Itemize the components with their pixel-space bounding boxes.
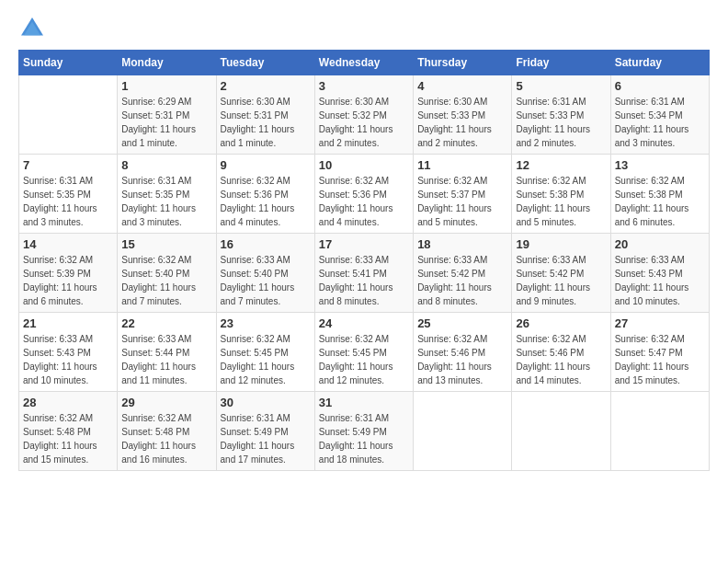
calendar-cell: 25Sunrise: 6:32 AMSunset: 5:46 PMDayligh…	[414, 313, 512, 392]
day-info: Sunrise: 6:32 AMSunset: 5:38 PMDaylight:…	[615, 174, 705, 229]
day-info: Sunrise: 6:32 AMSunset: 5:40 PMDaylight:…	[121, 253, 211, 308]
calendar-cell	[512, 392, 610, 471]
day-info: Sunrise: 6:33 AMSunset: 5:40 PMDaylight:…	[221, 253, 311, 308]
calendar-cell: 26Sunrise: 6:32 AMSunset: 5:46 PMDayligh…	[512, 313, 610, 392]
calendar-week-row: 21Sunrise: 6:33 AMSunset: 5:43 PMDayligh…	[19, 313, 710, 392]
day-number: 15	[121, 237, 211, 251]
day-number: 16	[221, 237, 311, 251]
day-info: Sunrise: 6:32 AMSunset: 5:47 PMDaylight:…	[615, 332, 705, 387]
day-number: 2	[221, 79, 311, 93]
calendar-cell: 8Sunrise: 6:31 AMSunset: 5:35 PMDaylight…	[118, 155, 216, 234]
day-info: Sunrise: 6:32 AMSunset: 5:37 PMDaylight:…	[417, 174, 507, 229]
day-number: 17	[319, 237, 409, 251]
weekday-header-friday: Friday	[512, 51, 610, 75]
day-info: Sunrise: 6:31 AMSunset: 5:35 PMDaylight:…	[23, 174, 113, 229]
calendar-cell: 2Sunrise: 6:30 AMSunset: 5:31 PMDaylight…	[216, 75, 314, 155]
day-info: Sunrise: 6:32 AMSunset: 5:46 PMDaylight:…	[516, 332, 606, 387]
day-number: 18	[417, 237, 507, 251]
day-info: Sunrise: 6:32 AMSunset: 5:45 PMDaylight:…	[221, 332, 311, 387]
day-number: 5	[516, 79, 606, 93]
calendar-table: SundayMondayTuesdayWednesdayThursdayFrid…	[18, 50, 710, 471]
calendar-cell	[414, 392, 512, 471]
calendar-header: SundayMondayTuesdayWednesdayThursdayFrid…	[19, 51, 710, 75]
day-number: 22	[121, 316, 211, 330]
day-info: Sunrise: 6:33 AMSunset: 5:44 PMDaylight:…	[121, 332, 211, 387]
weekday-header-sunday: Sunday	[19, 51, 118, 75]
calendar-cell: 5Sunrise: 6:31 AMSunset: 5:33 PMDaylight…	[512, 75, 610, 155]
day-info: Sunrise: 6:32 AMSunset: 5:39 PMDaylight:…	[23, 253, 113, 308]
day-number: 24	[319, 316, 409, 330]
weekday-header-saturday: Saturday	[610, 51, 709, 75]
calendar-cell: 20Sunrise: 6:33 AMSunset: 5:43 PMDayligh…	[610, 234, 709, 313]
day-number: 31	[319, 396, 409, 409]
calendar-cell: 17Sunrise: 6:33 AMSunset: 5:41 PMDayligh…	[314, 234, 413, 313]
day-number: 1	[121, 79, 211, 93]
day-info: Sunrise: 6:32 AMSunset: 5:36 PMDaylight:…	[319, 174, 409, 229]
calendar-cell: 29Sunrise: 6:32 AMSunset: 5:48 PMDayligh…	[118, 392, 216, 471]
day-number: 19	[516, 237, 606, 251]
calendar-cell: 16Sunrise: 6:33 AMSunset: 5:40 PMDayligh…	[216, 234, 314, 313]
calendar-cell: 12Sunrise: 6:32 AMSunset: 5:38 PMDayligh…	[512, 155, 610, 234]
day-info: Sunrise: 6:33 AMSunset: 5:43 PMDaylight:…	[23, 332, 113, 387]
calendar-week-row: 28Sunrise: 6:32 AMSunset: 5:48 PMDayligh…	[19, 392, 710, 471]
calendar-cell: 18Sunrise: 6:33 AMSunset: 5:42 PMDayligh…	[414, 234, 512, 313]
calendar-cell	[19, 75, 118, 155]
day-number: 28	[23, 396, 113, 409]
calendar-cell: 1Sunrise: 6:29 AMSunset: 5:31 PMDaylight…	[118, 75, 216, 155]
day-number: 8	[121, 158, 211, 172]
day-info: Sunrise: 6:31 AMSunset: 5:49 PMDaylight:…	[221, 411, 311, 466]
calendar-week-row: 7Sunrise: 6:31 AMSunset: 5:35 PMDaylight…	[19, 155, 710, 234]
day-info: Sunrise: 6:32 AMSunset: 5:38 PMDaylight:…	[516, 174, 606, 229]
calendar-cell: 13Sunrise: 6:32 AMSunset: 5:38 PMDayligh…	[610, 155, 709, 234]
day-number: 29	[121, 396, 211, 409]
day-info: Sunrise: 6:31 AMSunset: 5:49 PMDaylight:…	[319, 411, 409, 466]
calendar-cell: 24Sunrise: 6:32 AMSunset: 5:45 PMDayligh…	[314, 313, 413, 392]
day-info: Sunrise: 6:32 AMSunset: 5:48 PMDaylight:…	[23, 411, 113, 466]
calendar-cell: 4Sunrise: 6:30 AMSunset: 5:33 PMDaylight…	[414, 75, 512, 155]
weekday-header-monday: Monday	[118, 51, 216, 75]
calendar-week-row: 1Sunrise: 6:29 AMSunset: 5:31 PMDaylight…	[19, 75, 710, 155]
day-number: 10	[319, 158, 409, 172]
day-number: 4	[417, 79, 507, 93]
calendar-cell: 11Sunrise: 6:32 AMSunset: 5:37 PMDayligh…	[414, 155, 512, 234]
page-header	[18, 15, 710, 42]
calendar-cell: 14Sunrise: 6:32 AMSunset: 5:39 PMDayligh…	[19, 234, 118, 313]
calendar-cell: 21Sunrise: 6:33 AMSunset: 5:43 PMDayligh…	[19, 313, 118, 392]
weekday-header-thursday: Thursday	[414, 51, 512, 75]
calendar-cell: 23Sunrise: 6:32 AMSunset: 5:45 PMDayligh…	[216, 313, 314, 392]
day-number: 26	[516, 316, 606, 330]
day-info: Sunrise: 6:31 AMSunset: 5:35 PMDaylight:…	[121, 174, 211, 229]
day-info: Sunrise: 6:30 AMSunset: 5:33 PMDaylight:…	[417, 95, 507, 150]
day-info: Sunrise: 6:31 AMSunset: 5:34 PMDaylight:…	[615, 95, 705, 150]
day-number: 11	[417, 158, 507, 172]
calendar-cell: 22Sunrise: 6:33 AMSunset: 5:44 PMDayligh…	[118, 313, 216, 392]
day-info: Sunrise: 6:32 AMSunset: 5:46 PMDaylight:…	[417, 332, 507, 387]
day-info: Sunrise: 6:30 AMSunset: 5:31 PMDaylight:…	[221, 95, 311, 150]
logo-icon	[18, 15, 46, 42]
day-info: Sunrise: 6:33 AMSunset: 5:43 PMDaylight:…	[615, 253, 705, 308]
day-info: Sunrise: 6:33 AMSunset: 5:41 PMDaylight:…	[319, 253, 409, 308]
calendar-cell: 28Sunrise: 6:32 AMSunset: 5:48 PMDayligh…	[19, 392, 118, 471]
day-info: Sunrise: 6:33 AMSunset: 5:42 PMDaylight:…	[417, 253, 507, 308]
day-number: 27	[615, 316, 705, 330]
day-info: Sunrise: 6:32 AMSunset: 5:48 PMDaylight:…	[121, 411, 211, 466]
calendar-cell: 27Sunrise: 6:32 AMSunset: 5:47 PMDayligh…	[610, 313, 709, 392]
day-info: Sunrise: 6:33 AMSunset: 5:42 PMDaylight:…	[516, 253, 606, 308]
calendar-cell: 19Sunrise: 6:33 AMSunset: 5:42 PMDayligh…	[512, 234, 610, 313]
day-number: 20	[615, 237, 705, 251]
day-number: 7	[23, 158, 113, 172]
day-number: 6	[615, 79, 705, 93]
day-info: Sunrise: 6:32 AMSunset: 5:45 PMDaylight:…	[319, 332, 409, 387]
weekday-header-row: SundayMondayTuesdayWednesdayThursdayFrid…	[19, 51, 710, 75]
day-number: 30	[221, 396, 311, 409]
calendar-cell	[610, 392, 709, 471]
calendar-cell: 31Sunrise: 6:31 AMSunset: 5:49 PMDayligh…	[314, 392, 413, 471]
calendar-cell: 7Sunrise: 6:31 AMSunset: 5:35 PMDaylight…	[19, 155, 118, 234]
weekday-header-wednesday: Wednesday	[314, 51, 413, 75]
day-number: 13	[615, 158, 705, 172]
weekday-header-tuesday: Tuesday	[216, 51, 314, 75]
day-info: Sunrise: 6:32 AMSunset: 5:36 PMDaylight:…	[221, 174, 311, 229]
calendar-cell: 30Sunrise: 6:31 AMSunset: 5:49 PMDayligh…	[216, 392, 314, 471]
day-info: Sunrise: 6:30 AMSunset: 5:32 PMDaylight:…	[319, 95, 409, 150]
calendar-cell: 6Sunrise: 6:31 AMSunset: 5:34 PMDaylight…	[610, 75, 709, 155]
